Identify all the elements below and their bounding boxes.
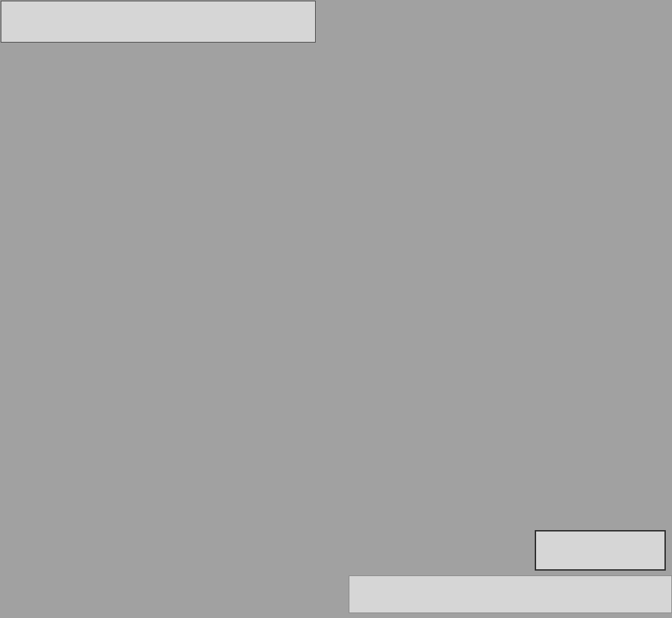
cape-legend (349, 575, 672, 613)
weather-map-app (0, 0, 672, 618)
cape-legend-label (349, 576, 443, 613)
wind-legend-label (536, 531, 572, 569)
wind-legend-scale (572, 531, 664, 569)
wind-legend (535, 530, 666, 571)
title-box (1, 1, 316, 43)
map-canvas (0, 0, 672, 618)
